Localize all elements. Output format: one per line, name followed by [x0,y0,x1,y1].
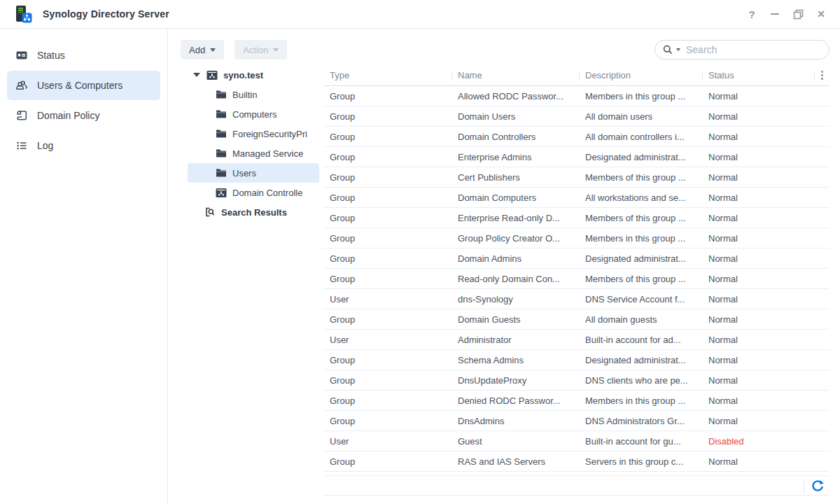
cell-description: Built-in account for gu... [579,436,702,447]
cell-type: Group [323,375,451,386]
objects-table: Type Name Description Status Group Allow… [323,65,830,496]
cell-name: Domain Guests [451,314,579,325]
search-box[interactable] [654,40,830,59]
sidebar-item-label: Users & Computers [37,80,122,91]
search-filter-chevron-icon[interactable] [676,48,680,51]
table-row[interactable]: Group Domain Controllers All domain cont… [323,127,830,147]
table-row[interactable]: Group Schema Admins Designated administr… [323,350,830,370]
cell-status: Normal [702,253,830,264]
tree-node-computers[interactable]: Computers [188,104,319,124]
table-row[interactable]: User Guest Built-in account for gu... Di… [323,431,830,451]
table-row[interactable]: Group RAS and IAS Servers Servers in thi… [323,451,830,472]
domain-icon [206,69,218,80]
cell-name: dns-Synology [451,294,579,304]
main-panel: Type Name Description Status Group Allow… [319,29,840,504]
sidebar-item-log[interactable]: Log [7,131,160,160]
cell-type: User [323,436,451,447]
kebab-icon [821,71,823,80]
cell-description: Servers in this group c... [579,456,702,467]
tree-node-label: Managed Service [232,148,303,159]
cell-type: User [323,294,451,304]
tree-node-builtin[interactable]: Builtin [188,85,319,104]
table-header: Type Name Description Status [323,65,830,86]
cell-description: All workstations and se... [579,192,702,203]
folder-icon [216,167,227,178]
cell-name: Domain Admins [451,253,579,264]
table-row[interactable]: Group Allowed RODC Passwor... Members in… [323,86,830,106]
column-header-status[interactable]: Status [702,65,814,85]
table-row[interactable]: Group DnsUpdateProxy DNS clients who are… [323,370,830,391]
policy-scroll-icon [15,109,28,122]
column-header-name[interactable]: Name [451,65,579,85]
users-icon [15,79,28,92]
tree-node-label: Users [232,168,256,178]
tree-node-foreign-security-principals[interactable]: ForeignSecurityPri [188,124,319,144]
cell-description: Designated administrat... [579,152,702,162]
table-row[interactable]: Group Domain Users All domain users Norm… [323,106,830,127]
refresh-icon [811,479,824,492]
column-options-button[interactable] [814,65,830,85]
add-button[interactable]: Add [181,40,224,59]
cell-description: DNS clients who are pe... [579,375,702,386]
table-row[interactable]: User dns-Synology DNS Service Account f.… [323,289,830,309]
table-row[interactable]: Group Read-only Domain Con... Members of… [323,269,830,289]
app-icon [14,5,33,24]
sidebar-item-users-computers[interactable]: Users & Computers [7,71,160,100]
table-row[interactable]: Group Enterprise Read-only D... Members … [323,208,830,228]
window-controls: ? ✕ [746,8,827,20]
table-row[interactable]: Group Domain Computers All workstations … [323,188,830,208]
cell-name: RAS and IAS Servers [451,456,579,467]
minimize-icon[interactable] [769,8,781,20]
cell-status: Normal [702,91,830,102]
cell-description: Members of this group ... [579,172,702,183]
cell-type: Group [323,396,451,406]
cell-type: Group [323,152,451,162]
table-row[interactable]: User Administrator Built-in account for … [323,330,830,350]
table-row[interactable]: Group Domain Admins Designated administr… [323,248,830,269]
cell-type: Group [323,91,451,102]
cell-description: Members of this group ... [579,213,702,223]
table-body: Group Allowed RODC Passwor... Members in… [323,86,830,472]
app-window: Synology Directory Server ? ✕ [0,0,840,504]
refresh-button[interactable] [808,477,827,494]
folder-icon [216,89,227,100]
cell-description: Members in this group ... [579,91,702,102]
tree-node-users[interactable]: Users [188,163,319,183]
column-header-description[interactable]: Description [579,65,702,85]
search-input[interactable] [686,44,822,55]
tree-node-managed-service-accounts[interactable]: Managed Service [188,144,319,163]
table-row[interactable]: Group Denied RODC Passwor... Members in … [323,391,830,411]
close-icon[interactable]: ✕ [815,8,827,20]
tree-node-label: Search Results [221,207,287,218]
table-row[interactable]: Group DnsAdmins DNS Administrators Gr...… [323,411,830,431]
cell-status: Normal [702,274,830,284]
cell-name: Guest [451,436,579,447]
sidebar-item-domain-policy[interactable]: Domain Policy [7,101,160,130]
sidebar-item-label: Status [37,50,65,61]
action-button-label: Action [243,45,268,55]
folder-icon [216,148,227,159]
cell-name: Cert Publishers [451,172,579,183]
tree-node-domain-root[interactable]: syno.test [168,65,319,85]
table-row[interactable]: Group Cert Publishers Members of this gr… [323,167,830,188]
sidebar-item-label: Log [37,140,53,151]
sidebar-item-label: Domain Policy [37,110,99,121]
action-button[interactable]: Action [234,40,287,59]
restore-icon[interactable] [792,8,804,20]
cell-type: Group [323,132,451,142]
table-row[interactable]: Group Group Policy Creator O... Members … [323,228,830,248]
help-icon[interactable]: ? [746,8,758,20]
cell-name: Enterprise Read-only D... [451,213,579,223]
cell-name: Domain Users [451,111,579,122]
folder-icon [216,128,227,139]
sidebar-item-status[interactable]: Status [7,41,160,70]
tree-expand-icon[interactable] [193,73,200,77]
column-header-type[interactable]: Type [323,65,451,85]
cell-status: Normal [702,335,830,345]
table-row[interactable]: Group Domain Guests All domain guests No… [323,309,830,330]
cell-status: Normal [702,132,830,142]
cell-status: Normal [702,456,830,467]
table-row[interactable]: Group Enterprise Admins Designated admin… [323,147,830,167]
tree-node-search-results[interactable]: Search Results [168,202,319,222]
tree-node-domain-controllers[interactable]: Domain Controlle [188,183,319,202]
